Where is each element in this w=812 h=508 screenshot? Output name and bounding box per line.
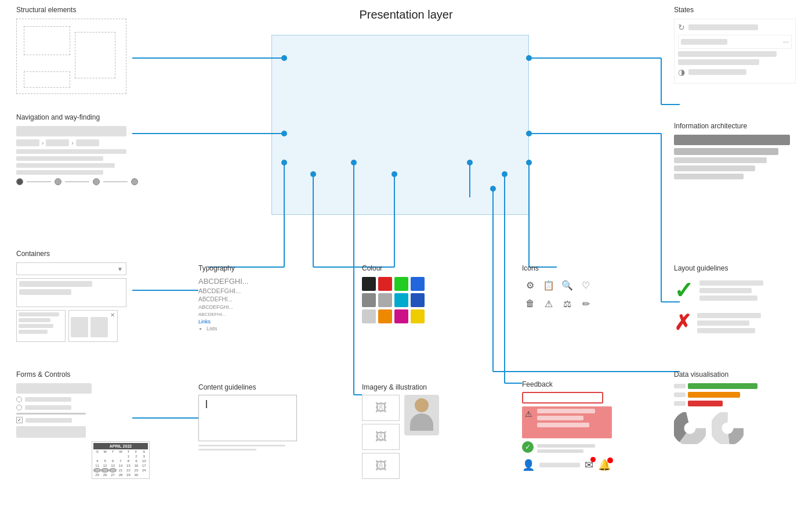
swatch-yellow	[411, 309, 425, 323]
wireframe-inner2	[75, 32, 115, 78]
alert-line3	[537, 423, 589, 427]
feedback-envelope: ✉	[585, 459, 593, 471]
icon-edit: ✏	[578, 296, 594, 312]
swatch-navy	[411, 293, 425, 307]
form-radio-row1	[16, 397, 138, 402]
imagery-placeholder1: 🖼	[362, 395, 400, 421]
swatch-green	[394, 277, 408, 291]
forms-title: Forms & Controls	[16, 370, 138, 379]
bar-row3	[674, 401, 796, 406]
content-title: Content guidelines	[198, 383, 300, 391]
spinner-icon: ↻	[678, 23, 685, 32]
cal-date-3: 3	[140, 454, 148, 459]
container-card2-content	[71, 317, 115, 337]
calendar-header: APRIL 2022	[93, 443, 148, 449]
cal-date-10: 10	[140, 459, 148, 463]
colour-grid	[362, 277, 443, 323]
state-dots-row: ···	[678, 35, 792, 49]
cal-day-m: M	[101, 449, 108, 454]
layout-title: Layout guidelines	[674, 264, 796, 272]
cal-date-15: 15	[125, 463, 132, 468]
cal-date-24: 24	[140, 468, 148, 473]
card-line4	[19, 330, 48, 334]
cal-date-16: 16	[132, 463, 140, 468]
cal-date-27: 27	[109, 473, 117, 477]
bar-fill3	[688, 401, 723, 406]
typo-line4: ABCDEFGHI...	[198, 304, 291, 310]
cal-date-empty3	[109, 454, 117, 459]
page-title: Presentation layer	[359, 8, 452, 21]
nav-title: Navigation and way-finding	[16, 113, 138, 121]
nav-bc-item2	[46, 139, 69, 146]
cal-date-4: 4	[93, 459, 101, 463]
structural-title: Structural elements	[16, 6, 138, 14]
cal-date-30: 30	[132, 473, 140, 477]
cal-day-t1: T	[109, 449, 117, 454]
info-bar-light1	[674, 157, 767, 163]
alert-line1	[537, 409, 595, 413]
bell-badge	[607, 457, 613, 463]
section-layout: Layout guidelines ✓ ✗	[674, 264, 796, 342]
state-bar1	[688, 24, 758, 30]
cal-date-empty2	[101, 454, 108, 459]
card-close-icon: ✕	[110, 312, 115, 318]
cal-date-19: 19	[101, 468, 108, 473]
cal-date-18: 18	[93, 468, 101, 473]
state-bar5	[688, 69, 746, 75]
slider-track1	[27, 181, 51, 182]
content-textarea	[198, 395, 297, 441]
cal-date-5: 5	[101, 459, 108, 463]
colour-title: Colour	[362, 264, 443, 272]
section-containers: Containers ▼ ✕	[16, 250, 138, 342]
feedback-title: Feedback	[522, 380, 638, 388]
content-underline1	[198, 445, 285, 446]
cal-date-28: 28	[117, 473, 124, 477]
slider-dot4	[131, 178, 138, 185]
nav-bar	[16, 126, 126, 136]
form-radio-label2	[25, 405, 71, 410]
slider-track2	[65, 181, 89, 182]
nav-bc-item3	[76, 139, 99, 146]
layout-row-check: ✓	[674, 277, 796, 304]
form-slider-line	[16, 413, 86, 415]
section-info-arch: Information architecture	[674, 122, 796, 182]
section-states: States ↻ ··· ◑	[674, 6, 796, 87]
state-row-spinner2: ◑	[678, 67, 792, 77]
spinner2-icon: ◑	[678, 67, 685, 77]
cal-day-s2: S	[140, 449, 148, 454]
cal-date-7: 7	[117, 459, 124, 463]
swatch-gray2	[378, 293, 392, 307]
icon-document: 📋	[541, 277, 557, 293]
wireframe-inner3	[24, 71, 70, 88]
cross-icon: ✗	[674, 311, 691, 335]
icon-gear: ⚙	[522, 277, 538, 293]
states-block: ↻ ··· ◑	[674, 19, 796, 84]
section-content: Content guidelines	[198, 383, 300, 451]
section-icons: Icons ⚙ 📋 🔍 ♡ 🗑 ⚠ ⚖ ✏	[522, 264, 615, 312]
bar-label2	[674, 392, 686, 397]
dots-icon: ···	[783, 38, 789, 46]
icon-search: 🔍	[559, 277, 575, 293]
container-dropdown[interactable]: ▼	[16, 262, 126, 275]
icon-warning: ⚠	[541, 296, 557, 312]
bar-fill2	[688, 392, 740, 398]
section-imagery: Imagery & illustration 🖼 🖼 🖼	[362, 383, 443, 482]
swatch-red	[378, 277, 392, 291]
slider-dot1	[16, 178, 23, 185]
slider-dot2	[55, 178, 61, 185]
typo-list: Lists	[206, 326, 291, 332]
feedback-bell: 🔔	[598, 459, 611, 471]
feedback-error-bar	[522, 392, 603, 403]
section-data-vis: Data visualisation	[674, 370, 796, 444]
cal-date-26: 26	[101, 473, 108, 477]
cal-date-empty4	[117, 454, 124, 459]
layout-line1	[699, 280, 763, 286]
container-card-lines1	[19, 312, 63, 334]
layout-line4	[697, 313, 761, 318]
nav-line1	[16, 149, 126, 154]
bar-label1	[674, 384, 686, 388]
layout-row-cross: ✗	[674, 311, 796, 335]
typo-line3: ABCDEFHI...	[198, 296, 291, 302]
cal-date-20: 20	[109, 468, 117, 473]
feedback-alert-icon: ⚠	[525, 409, 532, 419]
